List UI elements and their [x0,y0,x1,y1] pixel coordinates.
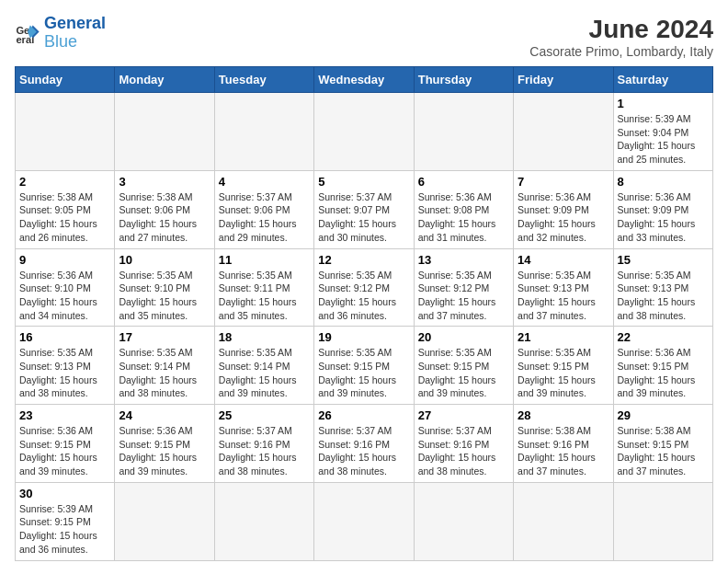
day-header-thursday: Thursday [414,67,513,93]
week-row-1: 1Sunrise: 5:39 AM Sunset: 9:04 PM Daylig… [16,93,713,171]
day-info: Sunrise: 5:35 AM Sunset: 9:12 PM Dayligh… [318,269,409,323]
calendar-cell: 19Sunrise: 5:35 AM Sunset: 9:15 PM Dayli… [314,327,414,405]
calendar-cell: 8Sunrise: 5:36 AM Sunset: 9:09 PM Daylig… [613,170,712,248]
calendar-cell: 27Sunrise: 5:37 AM Sunset: 9:16 PM Dayli… [414,405,513,483]
day-number: 28 [518,408,609,422]
day-info: Sunrise: 5:35 AM Sunset: 9:14 PM Dayligh… [119,346,210,400]
calendar-cell: 6Sunrise: 5:36 AM Sunset: 9:08 PM Daylig… [414,170,513,248]
day-info: Sunrise: 5:37 AM Sunset: 9:06 PM Dayligh… [219,190,310,245]
day-number: 8 [618,175,709,189]
day-number: 10 [119,253,210,267]
calendar-cell: 26Sunrise: 5:37 AM Sunset: 9:16 PM Dayli… [314,405,414,483]
calendar-cell: 13Sunrise: 5:35 AM Sunset: 9:12 PM Dayli… [414,248,513,327]
day-info: Sunrise: 5:35 AM Sunset: 9:15 PM Dayligh… [518,346,609,400]
calendar-cell: 29Sunrise: 5:38 AM Sunset: 9:15 PM Dayli… [613,405,712,483]
calendar-table: SundayMondayTuesdayWednesdayThursdayFrid… [15,66,713,561]
day-info: Sunrise: 5:35 AM Sunset: 9:13 PM Dayligh… [518,269,609,323]
day-info: Sunrise: 5:35 AM Sunset: 9:11 PM Dayligh… [219,269,310,323]
day-info: Sunrise: 5:39 AM Sunset: 9:15 PM Dayligh… [19,502,110,557]
day-number: 21 [518,330,609,344]
week-row-2: 2Sunrise: 5:38 AM Sunset: 9:05 PM Daylig… [16,170,713,248]
day-info: Sunrise: 5:35 AM Sunset: 9:14 PM Dayligh… [219,346,310,400]
calendar-cell: 30Sunrise: 5:39 AM Sunset: 9:15 PM Dayli… [16,482,115,560]
day-info: Sunrise: 5:38 AM Sunset: 9:15 PM Dayligh… [618,424,709,478]
day-number: 20 [418,330,509,344]
calendar-title: June 2024 [529,15,713,44]
day-header-friday: Friday [514,67,613,93]
page-header: Gen eral GeneralBlue June 2024 Casorate … [15,15,713,59]
calendar-cell: 1Sunrise: 5:39 AM Sunset: 9:04 PM Daylig… [613,93,712,171]
calendar-cell: 3Sunrise: 5:38 AM Sunset: 9:06 PM Daylig… [115,170,214,248]
calendar-cell: 24Sunrise: 5:36 AM Sunset: 9:15 PM Dayli… [115,405,214,483]
day-info: Sunrise: 5:37 AM Sunset: 9:16 PM Dayligh… [219,424,310,478]
calendar-cell: 4Sunrise: 5:37 AM Sunset: 9:06 PM Daylig… [214,170,313,248]
calendar-cell: 11Sunrise: 5:35 AM Sunset: 9:11 PM Dayli… [214,248,313,327]
day-info: Sunrise: 5:36 AM Sunset: 9:15 PM Dayligh… [119,424,210,478]
day-number: 11 [219,253,310,267]
calendar-cell [514,482,613,560]
day-info: Sunrise: 5:38 AM Sunset: 9:06 PM Dayligh… [119,190,210,245]
calendar-cell [214,482,313,560]
day-number: 24 [119,408,210,422]
calendar-cell: 12Sunrise: 5:35 AM Sunset: 9:12 PM Dayli… [314,248,414,327]
calendar-cell: 15Sunrise: 5:35 AM Sunset: 9:13 PM Dayli… [613,248,712,327]
day-header-saturday: Saturday [613,67,712,93]
week-row-4: 16Sunrise: 5:35 AM Sunset: 9:13 PM Dayli… [16,327,713,405]
day-info: Sunrise: 5:36 AM Sunset: 9:08 PM Dayligh… [418,190,509,245]
day-number: 29 [618,408,709,422]
title-block: June 2024 Casorate Primo, Lombardy, Ital… [529,15,713,59]
day-number: 23 [19,408,110,422]
day-info: Sunrise: 5:36 AM Sunset: 9:10 PM Dayligh… [19,269,110,323]
day-number: 12 [318,253,409,267]
calendar-cell [613,482,712,560]
calendar-cell: 9Sunrise: 5:36 AM Sunset: 9:10 PM Daylig… [16,248,115,327]
week-row-6: 30Sunrise: 5:39 AM Sunset: 9:15 PM Dayli… [16,482,713,560]
day-info: Sunrise: 5:38 AM Sunset: 9:05 PM Dayligh… [19,190,110,245]
day-number: 22 [618,330,709,344]
calendar-cell: 28Sunrise: 5:38 AM Sunset: 9:16 PM Dayli… [514,405,613,483]
calendar-cell: 23Sunrise: 5:36 AM Sunset: 9:15 PM Dayli… [16,405,115,483]
day-number: 5 [318,175,409,189]
day-number: 15 [618,253,709,267]
logo-icon: Gen eral [15,20,40,46]
day-number: 9 [19,253,110,267]
calendar-cell: 18Sunrise: 5:35 AM Sunset: 9:14 PM Dayli… [214,327,313,405]
days-header-row: SundayMondayTuesdayWednesdayThursdayFrid… [16,67,713,93]
day-info: Sunrise: 5:36 AM Sunset: 9:15 PM Dayligh… [618,346,709,400]
week-row-3: 9Sunrise: 5:36 AM Sunset: 9:10 PM Daylig… [16,248,713,327]
day-info: Sunrise: 5:38 AM Sunset: 9:16 PM Dayligh… [518,424,609,478]
day-header-monday: Monday [115,67,214,93]
day-info: Sunrise: 5:35 AM Sunset: 9:15 PM Dayligh… [318,346,409,400]
day-info: Sunrise: 5:35 AM Sunset: 9:10 PM Dayligh… [119,269,210,323]
day-number: 6 [418,175,509,189]
day-number: 13 [418,253,509,267]
calendar-subtitle: Casorate Primo, Lombardy, Italy [529,44,713,59]
week-row-5: 23Sunrise: 5:36 AM Sunset: 9:15 PM Dayli… [16,405,713,483]
day-number: 7 [518,175,609,189]
day-number: 19 [318,330,409,344]
day-info: Sunrise: 5:35 AM Sunset: 9:15 PM Dayligh… [418,346,509,400]
calendar-cell: 25Sunrise: 5:37 AM Sunset: 9:16 PM Dayli… [214,405,313,483]
day-info: Sunrise: 5:39 AM Sunset: 9:04 PM Dayligh… [618,112,709,167]
day-header-sunday: Sunday [16,67,115,93]
day-info: Sunrise: 5:36 AM Sunset: 9:09 PM Dayligh… [618,190,709,245]
day-info: Sunrise: 5:35 AM Sunset: 9:13 PM Dayligh… [618,269,709,323]
calendar-cell: 21Sunrise: 5:35 AM Sunset: 9:15 PM Dayli… [514,327,613,405]
calendar-cell [16,93,115,171]
calendar-cell [115,482,214,560]
day-number: 25 [219,408,310,422]
day-info: Sunrise: 5:36 AM Sunset: 9:09 PM Dayligh… [518,190,609,245]
calendar-cell [314,482,414,560]
calendar-cell: 10Sunrise: 5:35 AM Sunset: 9:10 PM Dayli… [115,248,214,327]
day-info: Sunrise: 5:35 AM Sunset: 9:12 PM Dayligh… [418,269,509,323]
calendar-cell [414,482,513,560]
day-number: 30 [19,487,110,500]
day-info: Sunrise: 5:37 AM Sunset: 9:07 PM Dayligh… [318,190,409,245]
day-info: Sunrise: 5:36 AM Sunset: 9:15 PM Dayligh… [19,424,110,478]
day-number: 27 [418,408,509,422]
calendar-cell: 17Sunrise: 5:35 AM Sunset: 9:14 PM Dayli… [115,327,214,405]
calendar-cell: 20Sunrise: 5:35 AM Sunset: 9:15 PM Dayli… [414,327,513,405]
day-info: Sunrise: 5:37 AM Sunset: 9:16 PM Dayligh… [318,424,409,478]
day-info: Sunrise: 5:37 AM Sunset: 9:16 PM Dayligh… [418,424,509,478]
calendar-cell [115,93,214,171]
